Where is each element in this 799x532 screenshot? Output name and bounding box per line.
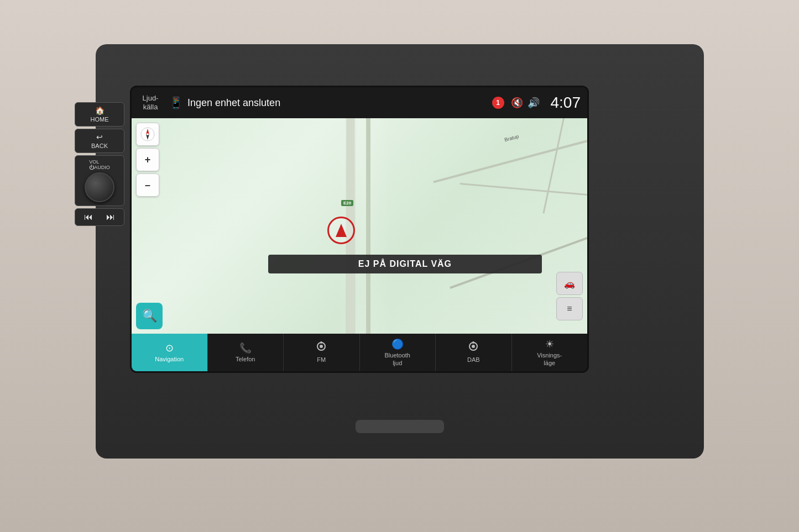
next-button[interactable]: ⏭ (106, 212, 115, 222)
sound-source-label: Ljud-källa (143, 94, 159, 111)
bottom-nav: ⊙ Navigation 📞 Telefon FM 🔵 Bluetoothlju… (132, 334, 587, 371)
zoom-out-icon: – (145, 180, 150, 191)
notification-badge: 1 (492, 97, 504, 109)
top-right-icons: 🔇 🔊 (511, 97, 540, 109)
clock: 4:07 (551, 94, 581, 112)
telefon-icon: 📞 (239, 342, 252, 354)
vol-audio-control: VOL⏻AUDIO (75, 155, 124, 206)
main-screen: Ljud-källa 📱 Ingen enhet ansluten 1 🔇 🔊 … (130, 86, 589, 373)
svg-point-5 (320, 341, 322, 344)
bluetooth-audio-icon: 🔊 (528, 97, 540, 109)
search-icon: 🔍 (142, 309, 157, 323)
search-button[interactable]: 🔍 (136, 303, 163, 329)
svg-point-7 (472, 345, 475, 348)
telefon-label: Telefon (236, 356, 255, 363)
map-menu-icon: ≡ (567, 304, 572, 314)
mute-icon: 🔇 (511, 97, 523, 109)
map-label-bratup: Bratup (504, 134, 519, 143)
svg-point-8 (472, 341, 474, 344)
svg-point-4 (320, 345, 323, 348)
nav-item-navigation[interactable]: ⊙ Navigation (132, 334, 208, 371)
compass-button[interactable] (136, 123, 159, 146)
physical-controls: 🏠 HOME ↩ BACK VOL⏻AUDIO ⏮ ⏭ (75, 102, 124, 226)
dab-icon (468, 341, 479, 355)
map-info-icon: 🚗 (564, 278, 575, 289)
back-button[interactable]: ↩ BACK (75, 129, 124, 153)
compass-icon (140, 127, 155, 142)
navigation-icon: ⊙ (165, 342, 174, 354)
nav-item-dab[interactable]: DAB (436, 334, 512, 371)
visningslage-icon: ☀ (545, 338, 554, 350)
status-banner: EJ PÅ DIGITAL VÄG (268, 255, 541, 273)
map-menu-button[interactable]: ≡ (556, 297, 583, 320)
visningslage-label: Visnings-läge (537, 352, 562, 366)
road-right-4 (542, 118, 564, 213)
volume-knob[interactable] (85, 172, 114, 202)
home-button[interactable]: 🏠 HOME (75, 102, 124, 127)
road-right-2 (460, 182, 587, 195)
nav-item-bluetooth[interactable]: 🔵 Bluetoothljud (360, 334, 436, 371)
scene: 🏠 HOME ↩ BACK VOL⏻AUDIO ⏮ ⏭ Ljud-källa 📱… (0, 0, 799, 532)
device-text: Ingen enhet ansluten (187, 97, 280, 109)
fm-label: FM (317, 356, 326, 364)
bluetooth-label: Bluetoothljud (385, 352, 410, 366)
road-right-1 (433, 140, 587, 183)
zoom-in-icon: + (145, 154, 151, 166)
dab-label: DAB (467, 356, 480, 364)
map-controls-right: 🚗 ≡ (556, 272, 583, 320)
home-icon: 🏠 (95, 106, 105, 115)
marker-circle (327, 217, 355, 244)
nav-item-fm[interactable]: FM (284, 334, 360, 371)
road-badge: E20 (341, 200, 353, 206)
location-marker (327, 217, 355, 244)
road-vertical (366, 118, 370, 334)
phone-icon: 📱 (169, 96, 183, 109)
media-controls: ⏮ ⏭ (75, 208, 124, 226)
navigation-label: Navigation (155, 356, 184, 363)
back-icon: ↩ (96, 133, 103, 141)
zoom-out-button[interactable]: – (136, 173, 159, 197)
home-label: HOME (91, 116, 109, 123)
bluetooth-icon: 🔵 (391, 338, 404, 350)
map-controls-left: + – (136, 123, 159, 197)
map-area[interactable]: E20 Bratup EJ PÅ DIGITAL VÄG (132, 118, 587, 334)
fm-icon (316, 341, 327, 355)
zoom-in-button[interactable]: + (136, 148, 159, 171)
nav-item-telefon[interactable]: 📞 Telefon (208, 334, 284, 371)
sound-source-button[interactable]: Ljud-källa (138, 94, 163, 111)
back-label: BACK (91, 143, 108, 149)
map-info-button[interactable]: 🚗 (556, 272, 583, 295)
map-background: E20 Bratup EJ PÅ DIGITAL VÄG (132, 118, 587, 334)
marker-arrow (336, 224, 347, 237)
vol-audio-label: VOL⏻AUDIO (89, 159, 110, 170)
prev-button[interactable]: ⏮ (84, 212, 93, 222)
bottom-vent (356, 420, 444, 433)
nav-item-visningslage[interactable]: ☀ Visnings-läge (512, 334, 588, 371)
top-bar: Ljud-källa 📱 Ingen enhet ansluten 1 🔇 🔊 … (132, 87, 587, 118)
device-info: 📱 Ingen enhet ansluten (169, 96, 485, 109)
